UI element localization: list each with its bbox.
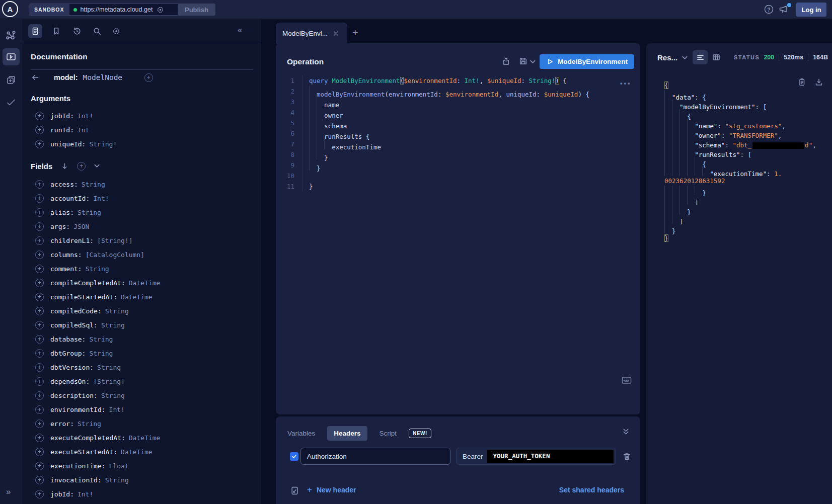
add-field-icon[interactable]: + [35,126,44,134]
add-field-icon[interactable]: + [35,293,44,301]
add-field-icon[interactable]: + [35,462,44,470]
shared-headers-link[interactable]: Set shared headers [559,486,624,494]
field-type[interactable]: DateTime [129,279,161,287]
field-name[interactable]: dbtGroup: [50,350,86,357]
explorer-icon[interactable] [6,51,17,62]
field-type[interactable]: JSON [73,223,89,230]
share-icon[interactable] [501,56,511,66]
table-view-icon[interactable] [712,53,721,62]
search-icon[interactable] [93,27,102,36]
trash-icon[interactable] [622,452,632,461]
field-type[interactable]: Float [109,462,129,470]
field-name[interactable]: uniqueId: [50,140,86,148]
bookmark-icon[interactable] [52,27,61,36]
add-field-icon[interactable]: + [35,434,44,442]
close-icon[interactable] [333,30,339,37]
field-type[interactable]: String [82,181,105,188]
field-type[interactable]: Int! [78,490,93,498]
field-type[interactable]: String! [89,140,117,148]
expand-icon[interactable]: » [6,487,11,497]
field-name[interactable]: accountId: [50,195,90,202]
code-editor[interactable]: 1234567891011 query ModelByEnvironment($… [276,75,640,192]
gear-icon[interactable] [156,6,165,14]
run-operation-button[interactable]: ModelByEnvironment [540,54,634,69]
keyboard-shortcuts-icon[interactable] [621,375,632,385]
field-name[interactable]: executeCompletedAt: [50,434,125,442]
new-tab-button[interactable]: + [352,27,358,39]
sort-down-icon[interactable] [61,162,68,170]
add-field-icon[interactable]: + [35,222,44,231]
field-type[interactable]: String [86,265,109,273]
add-field-icon[interactable]: + [35,490,44,498]
field-type[interactable]: Int! [93,195,109,202]
add-field-icon[interactable]: + [35,112,44,120]
field-type[interactable]: DateTime [129,434,161,442]
endpoint-url-input[interactable]: https://metadata.cloud.get [69,4,180,15]
graph-icon[interactable] [6,30,17,41]
header-name-input[interactable] [300,448,450,465]
field-name[interactable]: compiledSql: [50,321,98,329]
response-title-label[interactable]: Res... [657,53,677,62]
header-enabled-checkbox[interactable] [290,452,298,461]
field-name[interactable]: compiledCode: [50,307,102,315]
response-title[interactable]: Res... [657,53,688,62]
field-name[interactable]: compileCompletedAt: [50,279,125,287]
add-field-icon[interactable]: + [35,363,44,372]
add-field-icon[interactable]: + [35,349,44,358]
add-field-icon[interactable]: + [144,73,153,82]
add-field-icon[interactable]: + [35,307,44,315]
add-field-icon[interactable]: + [35,476,44,484]
add-field-icon[interactable]: + [35,405,44,414]
add-field-icon[interactable]: + [35,335,44,344]
query-code[interactable]: query ModelByEnvironment($environmentId:… [302,75,640,192]
field-name[interactable]: jobId: [50,112,74,120]
add-field-icon[interactable]: + [35,321,44,329]
back-arrow-icon[interactable] [31,73,40,82]
header-value-field[interactable]: Bearer YOUR_AUTH_TOKEN [456,448,616,465]
field-name[interactable]: alias: [50,209,74,216]
field-type[interactable]: String [97,364,121,371]
endpoint-url[interactable]: https://metadata.cloud.get [81,6,153,13]
field-type[interactable]: DateTime [121,448,153,456]
save-dropdown-chevron-icon[interactable] [530,60,536,64]
checks-icon[interactable] [6,97,17,108]
field-name[interactable]: executionTime: [50,462,106,470]
add-all-fields-icon[interactable]: + [77,162,86,171]
response-json[interactable]: {"data": {"modelByEnvironment": [{"name"… [664,80,825,243]
field-type[interactable]: String [105,476,129,484]
field-type[interactable]: String [101,392,125,399]
field-type[interactable]: Int! [109,406,125,413]
add-field-icon[interactable]: + [35,236,44,245]
operation-tab[interactable]: ModelByEnvi... [276,23,347,44]
tab-script[interactable]: Script [380,430,397,437]
auth-token-redacted[interactable]: YOUR_AUTH_TOKEN [487,450,614,463]
field-type[interactable]: Int [78,126,89,134]
field-name[interactable]: description: [50,392,98,399]
field-type[interactable]: String [78,420,101,428]
field-type[interactable]: String [101,321,125,329]
field-name[interactable]: runId: [50,126,74,134]
login-button[interactable]: Log in [796,3,826,17]
clone-icon[interactable] [6,74,17,86]
field-name[interactable]: access: [50,181,78,188]
field-name[interactable]: childrenL1: [50,237,94,244]
field-type[interactable]: String [78,209,101,216]
field-type[interactable]: [String] [93,378,125,385]
breadcrumb-type[interactable]: ModelNode [83,73,123,81]
add-field-icon[interactable]: + [35,265,44,273]
operation-tab-label[interactable]: ModelByEnvi... [282,30,328,37]
raw-view-button[interactable] [693,50,708,64]
save-icon[interactable] [518,56,528,66]
chevron-down-icon[interactable] [94,164,100,168]
field-type[interactable]: DateTime [121,293,153,301]
field-name[interactable]: columns: [50,251,82,259]
add-field-icon[interactable]: + [35,194,44,203]
field-type[interactable]: String [89,335,113,343]
field-name[interactable]: comment: [50,265,82,273]
field-name[interactable]: environmentId: [50,406,106,413]
history-icon[interactable] [72,27,82,36]
add-field-icon[interactable]: + [35,180,44,189]
add-field-icon[interactable]: + [35,391,44,400]
field-type[interactable]: [CatalogColumn] [86,251,144,259]
field-name[interactable]: invocationId: [50,476,102,484]
